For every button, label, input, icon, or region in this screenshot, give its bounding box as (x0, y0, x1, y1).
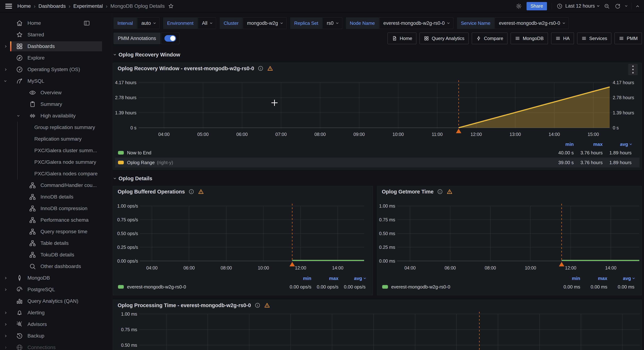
sidebar-item-alerting[interactable]: Alerting (0, 307, 112, 318)
sidebar-item-explore[interactable]: Explore (0, 52, 112, 64)
collapse-topbar-icon[interactable] (636, 6, 639, 8)
series-name[interactable]: Now to End (127, 150, 151, 156)
sidebar-item-summary[interactable]: Summary (0, 98, 112, 110)
sidebar-item-query-response-time[interactable]: Query response time (0, 226, 112, 237)
chevron-right-icon[interactable] (2, 347, 8, 348)
chevron-right-icon[interactable] (2, 323, 8, 325)
recovery-chart-canvas[interactable]: 4.17 hours4.17 hours2.78 hours2.78 hours… (113, 63, 642, 139)
sidebar-item-replication-summary[interactable]: Replication summary (0, 133, 112, 145)
info-icon[interactable] (437, 189, 443, 195)
sidebar-item-innodb-details[interactable]: InnoDB details (0, 191, 112, 203)
panel-title[interactable]: Oplog Buffered Operations (118, 189, 185, 195)
variable-value-dropdown[interactable]: All (198, 17, 216, 29)
panel-title[interactable]: Oplog Processing Time - everest-mongodb-… (118, 302, 251, 308)
series-name[interactable]: everest-mongodb-w2g-rs0-0 (127, 284, 186, 290)
refresh-icon[interactable] (614, 3, 621, 9)
legend-sort-max[interactable]: max (580, 276, 607, 281)
link-button-home[interactable]: Home (388, 33, 416, 44)
variable-value-dropdown[interactable]: everest-mongodb-w2g-rs0-0 (495, 17, 569, 29)
legend-sort-max[interactable]: max (311, 276, 338, 281)
sidebar-item-advisors[interactable]: Advisors (0, 318, 112, 330)
warning-icon[interactable] (267, 65, 273, 72)
info-icon[interactable] (188, 189, 194, 195)
warning-icon[interactable] (446, 189, 453, 195)
legend-sort-max[interactable]: max (574, 141, 602, 147)
info-icon[interactable] (254, 302, 260, 308)
sidebar-item-overview[interactable]: Overview (0, 87, 112, 98)
variable-value-dropdown[interactable]: everest-mongodb-w2g-rs0-0 (379, 17, 453, 29)
panel-title[interactable]: Oplog Getmore Time (382, 189, 434, 195)
legend-sort-min[interactable]: min (284, 276, 311, 281)
breadcrumb-item[interactable]: Experimental (73, 3, 103, 9)
sidebar-item-home[interactable]: Home (0, 17, 112, 29)
chevron-right-icon[interactable] (2, 277, 8, 279)
sidebar-item-other-dashboards[interactable]: Other dashboards (0, 261, 112, 272)
refresh-interval-chevron-icon[interactable] (625, 4, 628, 7)
zoom-out-icon[interactable] (604, 3, 610, 9)
sidebar-item-query-analytics-qan[interactable]: Query Analytics (QAN) (0, 295, 112, 307)
time-range-picker[interactable]: Last 12 hours (556, 3, 599, 9)
sidebar-item-operating-system-os[interactable]: Operating System (OS) (0, 64, 112, 75)
sidebar-item-pxc-galera-nodes-compare[interactable]: PXC/Galera nodes compare (0, 168, 112, 180)
favorite-star-icon[interactable] (168, 3, 174, 9)
legend-sort-min[interactable]: min (553, 276, 580, 281)
section-oplog-recovery-window[interactable]: Oplog Recovery Window (114, 52, 180, 58)
link-button-query-analytics[interactable]: Query Analytics (420, 33, 468, 44)
sidebar-item-starred[interactable]: Starred (0, 29, 112, 41)
legend-sort-avg[interactable]: avg (338, 276, 366, 281)
link-button-services[interactable]: Services (577, 33, 612, 44)
chevron-down-icon[interactable] (2, 80, 8, 82)
warning-icon[interactable] (198, 189, 204, 195)
sidebar-item-connections[interactable]: Connections (0, 342, 112, 350)
chevron-right-icon[interactable] (2, 289, 8, 290)
sidebar-item-pxc-galera-node-summary[interactable]: PXC/Galera node summary (0, 156, 112, 168)
link-button-compare[interactable]: Compare (472, 33, 508, 44)
section-oplog-details[interactable]: Oplog Details (114, 176, 152, 182)
sidebar-item-postgresql[interactable]: PostgreSQL (0, 284, 112, 295)
chevron-right-icon[interactable] (2, 46, 8, 47)
series-name[interactable]: everest-mongodb-w2g-rs0-0 (391, 284, 450, 290)
sidebar-item-backup[interactable]: Backup (0, 330, 112, 342)
legend-row[interactable]: everest-mongodb-w2g-rs0-00.00 ops/s0.00 … (115, 282, 370, 292)
variable-value-dropdown[interactable]: rs0 (322, 17, 342, 29)
legend-sort-avg[interactable]: avg (602, 141, 632, 147)
sidebar-item-mongodb[interactable]: MongoDB (0, 272, 112, 284)
pmm-annotations-toggle[interactable] (161, 33, 179, 44)
series-name[interactable]: Oplog Range (127, 160, 155, 165)
info-icon[interactable] (258, 66, 264, 71)
getmore-chart-canvas[interactable]: 1.00 ms0.75 ms0.50 ms0.25 ms0.00 ms04:00… (377, 186, 642, 271)
sidebar-item-table-details[interactable]: Table details (0, 237, 112, 249)
sidebar-item-command-handler-cou[interactable]: Command/Handler cou... (0, 180, 112, 191)
link-button-pmm[interactable]: PMM (614, 33, 642, 44)
sidebar-item-innodb-compression[interactable]: InnoDB compression (0, 203, 112, 214)
warning-icon[interactable] (264, 302, 270, 308)
hamburger-menu-icon[interactable] (5, 2, 13, 10)
sidebar-item-dashboards[interactable]: Dashboards (0, 41, 112, 52)
gear-icon[interactable] (516, 3, 522, 9)
sidebar-item-performance-schema[interactable]: Performance schema (0, 214, 112, 226)
chevron-right-icon[interactable] (2, 69, 8, 70)
panel-left-icon[interactable] (83, 20, 90, 27)
sidebar-item-high-availability[interactable]: High availability (0, 110, 112, 122)
buffered-chart-canvas[interactable]: 1.00 ops/s0.75 ops/s0.50 ops/s0.25 ops/s… (113, 186, 373, 271)
link-button-mongodb[interactable]: MongoDB (511, 33, 548, 44)
legend-row[interactable]: Oplog Range(right-y)39.00 s3.76 hours1.8… (115, 158, 640, 167)
breadcrumb-item[interactable]: Dashboards (38, 3, 66, 9)
chevron-right-icon[interactable] (2, 335, 8, 337)
legend-row[interactable]: Now to End40.00 s3.76 hours1.89 hours (115, 148, 640, 158)
variable-value-dropdown[interactable]: auto (137, 17, 160, 29)
legend-sort-min[interactable]: min (545, 141, 574, 147)
sidebar-item-group-replication-summary[interactable]: Group replication summary (0, 122, 112, 133)
sidebar-item-pxc-galera-cluster-summ[interactable]: PXC/Galera cluster summ... (0, 145, 112, 156)
legend-sort-avg[interactable]: avg (607, 276, 634, 281)
chevron-right-icon[interactable] (2, 312, 8, 314)
variable-value-dropdown[interactable]: mongodb-w2g (243, 17, 286, 29)
breadcrumb-item[interactable]: Home (17, 3, 31, 9)
share-button[interactable]: Share (526, 2, 547, 10)
sidebar-item-mysql[interactable]: MySQL (0, 75, 112, 87)
link-button-ha[interactable]: HA (551, 33, 574, 44)
legend-row[interactable]: everest-mongodb-w2g-rs0-00.00 ms0.00 ms0… (379, 282, 640, 292)
panel-menu-kebab-icon[interactable] (628, 64, 638, 75)
sidebar-item-tokudb-details[interactable]: TokuDB details (0, 249, 112, 261)
panel-title[interactable]: Oplog Recovery Window - everest-mongodb-… (118, 66, 254, 72)
